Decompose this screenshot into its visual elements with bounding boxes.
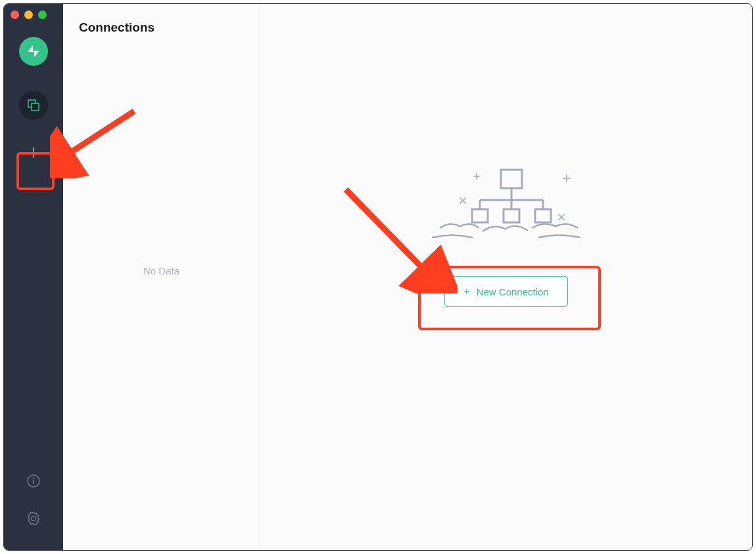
nav-connections[interactable] [19, 91, 48, 120]
panel-title: Connections [63, 4, 260, 51]
nav-settings[interactable] [26, 511, 41, 529]
svg-rect-23 [504, 209, 519, 222]
new-connection-label: New Connection [477, 286, 549, 297]
svg-rect-1 [32, 103, 39, 111]
nav-bottom [26, 474, 41, 537]
app-window: Connections No Data [3, 3, 753, 551]
svg-point-7 [32, 516, 36, 521]
new-connection-button[interactable]: + New Connection [444, 276, 567, 307]
connections-panel: Connections No Data [63, 4, 260, 550]
app-logo[interactable] [19, 37, 48, 66]
svg-rect-22 [472, 209, 488, 222]
svg-point-5 [33, 478, 34, 479]
nav-add-new[interactable] [19, 138, 48, 167]
no-data-text: No Data [143, 265, 179, 276]
info-icon [26, 474, 41, 488]
window-controls [11, 11, 47, 19]
plus-icon: + [463, 286, 469, 297]
maximize-window-button[interactable] [38, 11, 47, 19]
main-content: + New Connection [260, 4, 752, 550]
gear-icon [26, 511, 41, 526]
connections-icon [27, 99, 40, 112]
svg-rect-16 [501, 170, 522, 188]
minimize-window-button[interactable] [24, 11, 33, 19]
empty-state-illustration [421, 149, 592, 257]
svg-rect-24 [535, 209, 551, 222]
sidebar-nav [4, 4, 63, 550]
panel-empty-state: No Data [63, 51, 260, 550]
close-window-button[interactable] [11, 11, 19, 19]
plus-icon [26, 145, 41, 160]
app-logo-icon [25, 43, 42, 60]
nav-info[interactable] [26, 474, 41, 491]
